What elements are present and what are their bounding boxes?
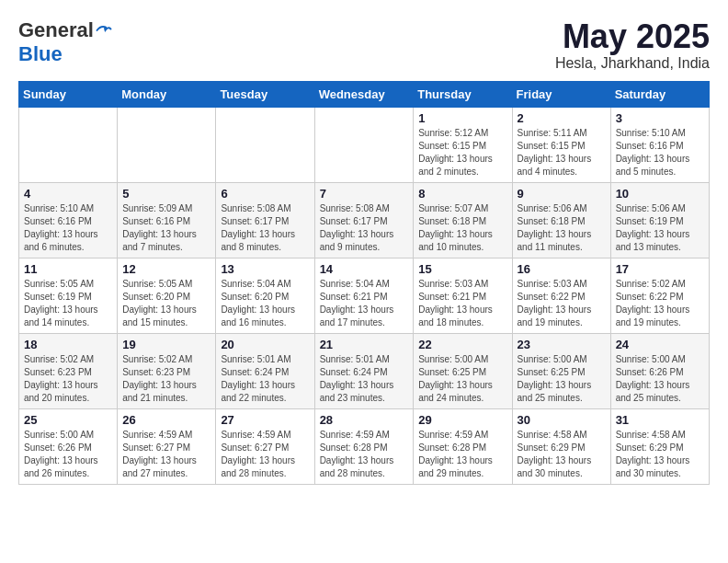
day-info: Sunrise: 5:10 AM Sunset: 6:16 PM Dayligh… (616, 127, 704, 178)
day-info: Sunrise: 5:01 AM Sunset: 6:24 PM Dayligh… (221, 353, 309, 405)
day-info: Sunrise: 5:02 AM Sunset: 6:22 PM Dayligh… (616, 278, 704, 329)
calendar-cell: 22Sunrise: 5:00 AM Sunset: 6:25 PM Dayli… (414, 333, 512, 408)
calendar-cell: 31Sunrise: 4:58 AM Sunset: 6:29 PM Dayli… (610, 408, 709, 484)
weekday-header-thursday: Thursday (414, 81, 512, 107)
day-number: 18 (24, 338, 112, 351)
calendar-cell: 5Sunrise: 5:09 AM Sunset: 6:16 PM Daylig… (118, 182, 216, 258)
day-number: 27 (221, 413, 309, 427)
day-info: Sunrise: 5:06 AM Sunset: 6:18 PM Dayligh… (518, 202, 606, 254)
week-row-1: 1Sunrise: 5:12 AM Sunset: 6:15 PM Daylig… (19, 107, 710, 182)
week-row-2: 4Sunrise: 5:10 AM Sunset: 6:16 PM Daylig… (19, 182, 710, 258)
logo-bird-icon (96, 22, 112, 39)
week-row-4: 18Sunrise: 5:02 AM Sunset: 6:23 PM Dayli… (19, 333, 710, 408)
day-number: 28 (320, 413, 409, 427)
calendar-cell: 27Sunrise: 4:59 AM Sunset: 6:27 PM Dayli… (216, 408, 314, 484)
title-block: May 2025 Hesla, Jharkhand, India (555, 18, 710, 72)
page-header: General Blue May 2025 Hesla, Jharkhand, … (18, 18, 710, 72)
location-title: Hesla, Jharkhand, India (555, 55, 710, 72)
day-info: Sunrise: 5:07 AM Sunset: 6:18 PM Dayligh… (418, 202, 506, 254)
day-info: Sunrise: 5:04 AM Sunset: 6:21 PM Dayligh… (320, 278, 409, 329)
day-number: 11 (24, 262, 112, 276)
day-number: 8 (418, 187, 506, 201)
calendar-cell: 14Sunrise: 5:04 AM Sunset: 6:21 PM Dayli… (314, 258, 414, 333)
day-info: Sunrise: 5:00 AM Sunset: 6:25 PM Dayligh… (518, 353, 606, 405)
day-number: 14 (320, 262, 409, 276)
calendar-cell: 24Sunrise: 5:00 AM Sunset: 6:26 PM Dayli… (610, 333, 709, 408)
weekday-header-sunday: Sunday (19, 81, 118, 107)
calendar-cell: 8Sunrise: 5:07 AM Sunset: 6:18 PM Daylig… (414, 182, 512, 258)
week-row-3: 11Sunrise: 5:05 AM Sunset: 6:19 PM Dayli… (19, 258, 710, 333)
calendar-cell (118, 107, 216, 182)
calendar-cell: 29Sunrise: 4:59 AM Sunset: 6:28 PM Dayli… (414, 408, 512, 484)
day-info: Sunrise: 4:59 AM Sunset: 6:28 PM Dayligh… (320, 429, 409, 480)
weekday-header-tuesday: Tuesday (216, 81, 314, 107)
calendar-cell: 20Sunrise: 5:01 AM Sunset: 6:24 PM Dayli… (216, 333, 314, 408)
day-number: 22 (418, 338, 506, 351)
day-number: 19 (122, 338, 210, 351)
day-info: Sunrise: 5:03 AM Sunset: 6:21 PM Dayligh… (418, 278, 506, 329)
week-row-5: 25Sunrise: 5:00 AM Sunset: 6:26 PM Dayli… (19, 408, 710, 484)
weekday-header-saturday: Saturday (610, 81, 709, 107)
day-info: Sunrise: 4:58 AM Sunset: 6:29 PM Dayligh… (518, 429, 606, 480)
calendar-cell: 17Sunrise: 5:02 AM Sunset: 6:22 PM Dayli… (610, 258, 709, 333)
logo-blue-text: Blue (18, 42, 63, 65)
calendar-cell (216, 107, 314, 182)
calendar-cell (19, 107, 118, 182)
logo-general-text: General (18, 18, 94, 42)
calendar-cell: 30Sunrise: 4:58 AM Sunset: 6:29 PM Dayli… (512, 408, 610, 484)
day-info: Sunrise: 5:00 AM Sunset: 6:26 PM Dayligh… (24, 429, 112, 480)
calendar-cell: 2Sunrise: 5:11 AM Sunset: 6:15 PM Daylig… (512, 107, 610, 182)
calendar-cell: 12Sunrise: 5:05 AM Sunset: 6:20 PM Dayli… (118, 258, 216, 333)
day-info: Sunrise: 5:11 AM Sunset: 6:15 PM Dayligh… (518, 127, 606, 178)
day-number: 21 (320, 338, 409, 351)
day-info: Sunrise: 4:59 AM Sunset: 6:27 PM Dayligh… (122, 429, 210, 480)
day-info: Sunrise: 5:00 AM Sunset: 6:26 PM Dayligh… (616, 353, 704, 405)
weekday-header-monday: Monday (118, 81, 216, 107)
calendar-cell: 7Sunrise: 5:08 AM Sunset: 6:17 PM Daylig… (314, 182, 414, 258)
calendar-cell: 6Sunrise: 5:08 AM Sunset: 6:17 PM Daylig… (216, 182, 314, 258)
calendar-cell: 3Sunrise: 5:10 AM Sunset: 6:16 PM Daylig… (610, 107, 709, 182)
day-number: 15 (418, 262, 506, 276)
day-number: 31 (616, 413, 704, 427)
day-info: Sunrise: 4:59 AM Sunset: 6:27 PM Dayligh… (221, 429, 309, 480)
calendar-cell: 4Sunrise: 5:10 AM Sunset: 6:16 PM Daylig… (19, 182, 118, 258)
calendar-cell: 11Sunrise: 5:05 AM Sunset: 6:19 PM Dayli… (19, 258, 118, 333)
month-title: May 2025 (555, 18, 710, 55)
day-info: Sunrise: 5:10 AM Sunset: 6:16 PM Dayligh… (24, 202, 112, 254)
day-info: Sunrise: 5:12 AM Sunset: 6:15 PM Dayligh… (418, 127, 506, 178)
calendar-cell: 16Sunrise: 5:03 AM Sunset: 6:22 PM Dayli… (512, 258, 610, 333)
day-info: Sunrise: 5:06 AM Sunset: 6:19 PM Dayligh… (616, 202, 704, 254)
day-number: 2 (518, 111, 606, 125)
day-info: Sunrise: 5:08 AM Sunset: 6:17 PM Dayligh… (221, 202, 309, 254)
calendar-cell (314, 107, 414, 182)
day-info: Sunrise: 5:00 AM Sunset: 6:25 PM Dayligh… (418, 353, 506, 405)
day-number: 6 (221, 187, 309, 201)
day-number: 26 (122, 413, 210, 427)
calendar-cell: 13Sunrise: 5:04 AM Sunset: 6:20 PM Dayli… (216, 258, 314, 333)
day-info: Sunrise: 5:08 AM Sunset: 6:17 PM Dayligh… (320, 202, 409, 254)
day-number: 20 (221, 338, 309, 351)
day-info: Sunrise: 5:05 AM Sunset: 6:20 PM Dayligh… (122, 278, 210, 329)
calendar-table: SundayMondayTuesdayWednesdayThursdayFrid… (18, 81, 710, 485)
day-number: 30 (518, 413, 606, 427)
calendar-cell: 21Sunrise: 5:01 AM Sunset: 6:24 PM Dayli… (314, 333, 414, 408)
weekday-header-friday: Friday (512, 81, 610, 107)
weekday-header-row: SundayMondayTuesdayWednesdayThursdayFrid… (19, 81, 710, 107)
day-number: 7 (320, 187, 409, 201)
day-info: Sunrise: 4:58 AM Sunset: 6:29 PM Dayligh… (616, 429, 704, 480)
calendar-cell: 19Sunrise: 5:02 AM Sunset: 6:23 PM Dayli… (118, 333, 216, 408)
day-info: Sunrise: 5:04 AM Sunset: 6:20 PM Dayligh… (221, 278, 309, 329)
day-number: 3 (616, 111, 704, 125)
calendar-cell: 26Sunrise: 4:59 AM Sunset: 6:27 PM Dayli… (118, 408, 216, 484)
day-info: Sunrise: 5:01 AM Sunset: 6:24 PM Dayligh… (320, 353, 409, 405)
calendar-cell: 25Sunrise: 5:00 AM Sunset: 6:26 PM Dayli… (19, 408, 118, 484)
day-info: Sunrise: 5:03 AM Sunset: 6:22 PM Dayligh… (518, 278, 606, 329)
day-info: Sunrise: 4:59 AM Sunset: 6:28 PM Dayligh… (418, 429, 506, 480)
calendar-cell: 15Sunrise: 5:03 AM Sunset: 6:21 PM Dayli… (414, 258, 512, 333)
calendar-cell: 9Sunrise: 5:06 AM Sunset: 6:18 PM Daylig… (512, 182, 610, 258)
day-info: Sunrise: 5:05 AM Sunset: 6:19 PM Dayligh… (24, 278, 112, 329)
day-number: 24 (616, 338, 704, 351)
calendar-cell: 18Sunrise: 5:02 AM Sunset: 6:23 PM Dayli… (19, 333, 118, 408)
day-number: 10 (616, 187, 704, 201)
logo: General Blue (18, 18, 112, 66)
